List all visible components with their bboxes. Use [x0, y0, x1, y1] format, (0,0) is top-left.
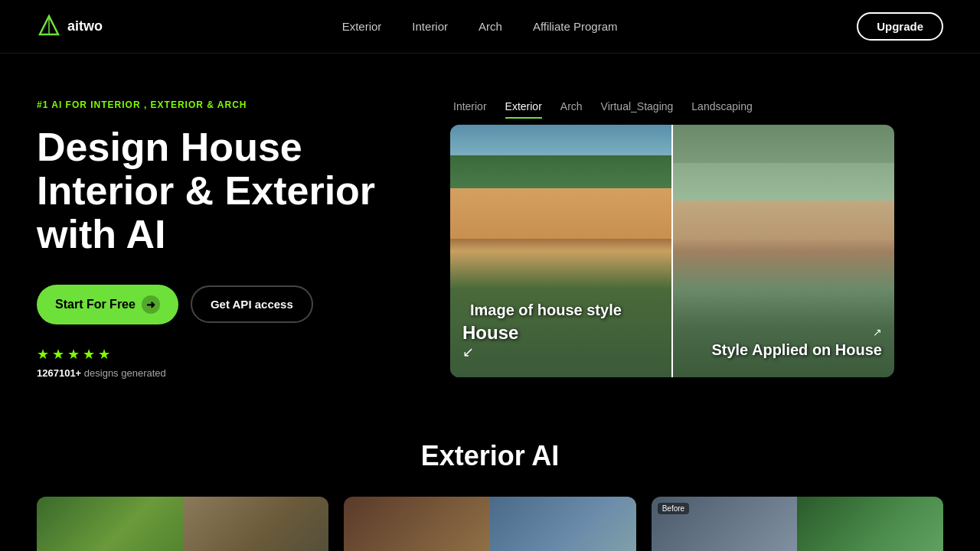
card-1: Image of house style — [37, 497, 328, 551]
card-1-inner — [37, 497, 328, 551]
hero-title: Design House Interior & Exterior with AI — [37, 126, 404, 257]
before-label: Before — [658, 503, 689, 514]
upgrade-button[interactable]: Upgrade — [857, 12, 943, 41]
hero-buttons: Start For Free ➜ Get API access — [37, 285, 404, 324]
hero-section: #1 AI FOR INTERIOR , EXTERIOR & ARCH Des… — [0, 54, 980, 409]
nav-exterior[interactable]: Exterior — [342, 20, 382, 33]
logo-icon — [37, 15, 61, 39]
card-1-left — [37, 497, 183, 551]
nav-affiliate[interactable]: Affiliate Program — [533, 20, 618, 33]
get-api-access-button[interactable]: Get API access — [191, 285, 313, 323]
card-2-left — [344, 497, 490, 551]
brand-name: aitwo — [67, 18, 103, 34]
card-2-right — [490, 497, 636, 551]
nav-interior[interactable]: Interior — [412, 20, 448, 33]
bottom-section: Exterior AI Image of house style Image o… — [0, 409, 980, 551]
tab-interior[interactable]: Interior — [453, 100, 487, 119]
designs-number: 1267101+ — [37, 367, 81, 379]
preview-image-container: ↙ Image of house style House ↙ ↗ Style A… — [450, 125, 894, 377]
tab-virtual-staging[interactable]: Virtual_Staging — [601, 100, 674, 119]
nav-links: Exterior Interior Arch Affiliate Program — [342, 20, 618, 34]
card-2: Image of house style — [344, 497, 635, 551]
start-for-free-button[interactable]: Start For Free ➜ — [37, 285, 178, 324]
card-2-inner — [344, 497, 635, 551]
card-1-right — [183, 497, 329, 551]
preview-left: ↙ Image of house style House ↙ — [450, 125, 671, 377]
hero-left: #1 AI FOR INTERIOR , EXTERIOR & ARCH Des… — [37, 99, 404, 379]
logo[interactable]: aitwo — [37, 15, 103, 39]
star-rating: ★ ★ ★ ★ ★ — [37, 346, 404, 363]
star-3: ★ — [67, 346, 80, 363]
star-1: ★ — [37, 346, 49, 363]
nav-arch[interactable]: Arch — [479, 20, 502, 33]
tab-exterior[interactable]: Exterior — [505, 100, 542, 119]
card-3: Before — [652, 497, 943, 551]
hero-right: Interior Exterior Arch Virtual_Staging L… — [450, 100, 894, 377]
tab-arch[interactable]: Arch — [560, 100, 583, 119]
designs-suffix: designs generated — [81, 367, 166, 379]
tab-landscaping[interactable]: Landscaping — [691, 100, 752, 119]
star-4: ★ — [83, 346, 95, 363]
preview-right: ↗ Style Applied on House — [673, 125, 894, 377]
house-label: House ↙ — [462, 322, 518, 364]
navbar: aitwo Exterior Interior Arch Affiliate P… — [0, 0, 980, 54]
star-5: ★ — [98, 346, 110, 363]
star-2: ★ — [52, 346, 64, 363]
image-of-house-style-label: Image of house style — [470, 302, 622, 319]
exterior-ai-title: Exterior AI — [37, 440, 943, 472]
card-3-inner — [652, 497, 943, 551]
preview-tabs: Interior Exterior Arch Virtual_Staging L… — [450, 100, 894, 119]
preview-label-right: ↗ Style Applied on House — [711, 326, 882, 359]
designs-count: 1267101+ designs generated — [37, 367, 404, 379]
cards-row: Image of house style Image of house styl… — [37, 497, 943, 551]
preview-divider — [671, 125, 673, 377]
arrow-icon: ➜ — [142, 295, 160, 314]
hero-tag: #1 AI FOR INTERIOR , EXTERIOR & ARCH — [37, 99, 404, 110]
style-applied-label: Style Applied on House — [711, 341, 882, 359]
card-3-right — [797, 497, 943, 551]
